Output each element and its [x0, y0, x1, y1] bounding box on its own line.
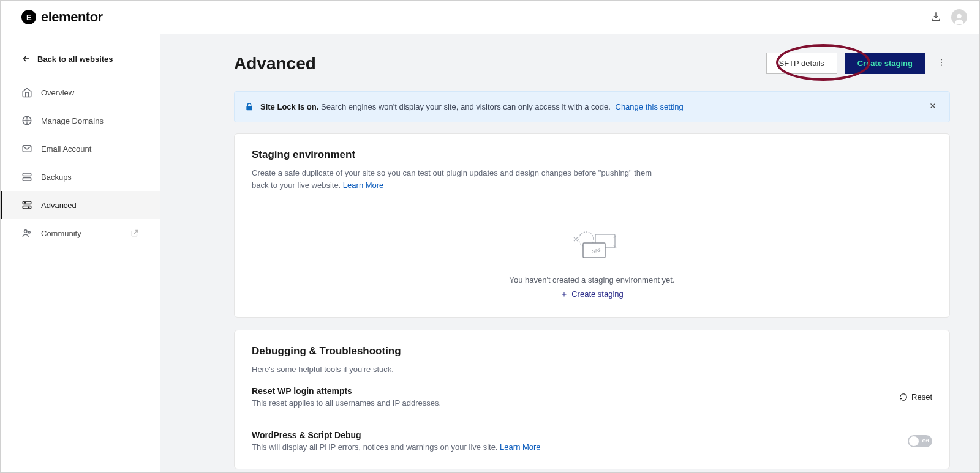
svg-point-11 — [941, 59, 942, 60]
sidebar-item-label: Backups — [41, 173, 72, 182]
sidebar-item-label: Manage Domains — [41, 116, 104, 125]
svg-rect-6 — [23, 206, 31, 209]
toggle-knob — [909, 436, 919, 446]
page-title: Advanced — [234, 54, 316, 73]
plus-icon — [560, 291, 568, 298]
svg-point-10 — [28, 231, 30, 233]
home-icon — [21, 87, 32, 98]
close-icon — [929, 102, 937, 110]
svg-rect-4 — [23, 178, 31, 181]
svg-rect-14 — [246, 106, 252, 110]
svg-point-0 — [957, 14, 961, 18]
svg-point-13 — [941, 65, 942, 66]
sftp-details-button[interactable]: SFTP details — [766, 53, 837, 74]
svg-rect-5 — [23, 201, 31, 204]
sidebar: Back to all websites Overview Manage Dom… — [1, 34, 160, 472]
svg-point-9 — [24, 230, 28, 233]
svg-rect-3 — [23, 173, 31, 176]
reset-button[interactable]: Reset — [899, 392, 932, 401]
arrow-left-icon — [21, 54, 31, 64]
refresh-icon — [899, 393, 908, 401]
sidebar-item-label: Advanced — [41, 201, 77, 210]
avatar[interactable] — [951, 9, 967, 25]
svg-point-8 — [28, 207, 29, 208]
staging-empty-text: You haven't created a staging environmen… — [252, 275, 932, 285]
external-link-icon — [130, 229, 139, 237]
svg-point-12 — [941, 62, 942, 63]
sidebar-item-domains[interactable]: Manage Domains — [1, 106, 160, 135]
sidebar-item-label: Community — [41, 229, 81, 238]
brand-text: elementor — [41, 9, 103, 25]
staging-card: Staging environment Create a safe duplic… — [234, 133, 950, 318]
wpdebug-title: WordPress & Script Debug — [252, 430, 541, 440]
wpdebug-desc: This will display all PHP errors, notice… — [252, 442, 497, 452]
sidebar-item-email[interactable]: Email Account — [1, 135, 160, 163]
create-staging-inline-button[interactable]: Create staging — [560, 289, 624, 299]
more-actions-button[interactable] — [933, 54, 950, 73]
staging-illustration: .STG — [565, 231, 620, 261]
topbar: E elementor — [1, 1, 979, 34]
sidebar-item-overview[interactable]: Overview — [1, 78, 160, 106]
mail-icon — [21, 143, 32, 154]
banner-prefix: Site Lock is on. — [260, 102, 318, 111]
wpdebug-learn-more-link[interactable]: Learn More — [500, 442, 540, 452]
sidebar-item-label: Email Account — [41, 144, 91, 154]
brand-logo[interactable]: E elementor — [21, 9, 103, 25]
site-lock-banner: Site Lock is on. Search engines won't di… — [234, 91, 950, 122]
banner-body: Search engines won't display your site, … — [321, 102, 611, 111]
debug-title: Debugging & Troubleshooting — [252, 345, 932, 357]
backup-icon — [21, 171, 32, 182]
staging-desc: Create a safe duplicate of your site so … — [252, 168, 652, 190]
main-content: Advanced SFTP details Create staging Sit… — [160, 34, 979, 472]
reset-wp-desc: This reset applies to all usernames and … — [252, 398, 441, 408]
create-staging-inline-label: Create staging — [571, 289, 624, 299]
debug-card: Debugging & Troubleshooting Here's some … — [234, 330, 950, 470]
wpdebug-toggle[interactable]: Off — [908, 435, 932, 447]
advanced-icon — [21, 199, 32, 210]
staging-title: Staging environment — [252, 149, 932, 161]
community-icon — [21, 228, 32, 239]
more-vertical-icon — [937, 58, 946, 67]
svg-point-7 — [24, 203, 26, 204]
back-link[interactable]: Back to all websites — [1, 48, 160, 78]
sidebar-item-label: Overview — [41, 88, 74, 97]
reset-wp-title: Reset WP login attempts — [252, 386, 441, 396]
reset-button-label: Reset — [911, 392, 932, 401]
globe-icon — [21, 115, 32, 126]
debug-sub: Here's some helpful tools if you're stuc… — [252, 363, 668, 376]
sidebar-item-community[interactable]: Community — [1, 219, 160, 247]
banner-link[interactable]: Change this setting — [616, 102, 684, 111]
page-header: Advanced SFTP details Create staging — [234, 53, 950, 74]
back-link-label: Back to all websites — [37, 54, 113, 64]
elementor-icon: E — [21, 10, 36, 24]
create-staging-button[interactable]: Create staging — [845, 53, 925, 74]
toggle-state-label: Off — [922, 438, 929, 444]
sidebar-item-advanced[interactable]: Advanced — [1, 191, 160, 219]
lock-icon — [244, 102, 254, 112]
sidebar-item-backups[interactable]: Backups — [1, 163, 160, 191]
banner-close-button[interactable] — [926, 99, 940, 114]
download-icon[interactable] — [930, 11, 941, 24]
staging-learn-more-link[interactable]: Learn More — [343, 181, 383, 190]
